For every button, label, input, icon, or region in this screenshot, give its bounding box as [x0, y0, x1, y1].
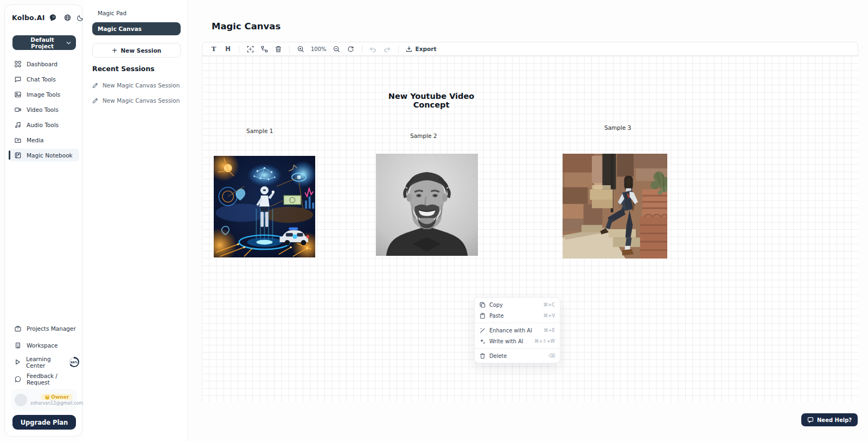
sidebar-item-learning-center[interactable]: Learning Center 66% [9, 355, 79, 369]
feedback-bubble-icon [15, 376, 21, 382]
pencil-icon [92, 98, 98, 104]
video-camera-icon [15, 106, 21, 113]
context-menu-label: Copy [489, 302, 503, 308]
shortcut: ⌘+⇧+W [534, 338, 555, 344]
chevron-down-icon [66, 41, 71, 45]
sidebar-item-workspace[interactable]: Workspace [9, 338, 79, 352]
image-icon [15, 91, 21, 98]
sidebar-item-label: Video Tools [27, 106, 59, 113]
context-menu-delete[interactable]: Delete ⌫ [475, 350, 560, 361]
copy-icon [480, 302, 486, 308]
text-tool-glyph: T [212, 45, 216, 53]
canvas-image-portrait[interactable] [376, 154, 478, 256]
sidebar-item-label: Learning Center [26, 356, 62, 369]
reset-view-button[interactable] [345, 43, 357, 54]
dark-mode-moon-icon[interactable] [77, 15, 84, 21]
sidebar-item-magic-notebook[interactable]: Magic Notebook [9, 149, 79, 161]
context-menu-divider [475, 348, 560, 349]
sidebar-item-label: Magic Notebook [27, 152, 73, 159]
trash-icon [275, 46, 282, 53]
canvas-toolbar: T H 100% Export [202, 42, 858, 56]
project-selector[interactable]: Default Project [12, 35, 76, 50]
toolbar-separator [362, 45, 362, 53]
dashboard-icon [15, 61, 21, 67]
sidebar-nav: Dashboard Chat Tools Image Tools Video T… [9, 58, 79, 164]
pencil-icon [92, 83, 98, 89]
crown-icon: 👑 [44, 395, 50, 400]
sample-label-1[interactable]: Sample 1 [246, 128, 273, 134]
upgrade-plan-button[interactable]: Upgrade Plan [12, 415, 76, 430]
sidebar-item-label: Dashboard [27, 61, 58, 67]
heading-tool-button[interactable]: H [222, 43, 234, 54]
session-item[interactable]: New Magic Canvas Session [92, 82, 184, 89]
sidebar-item-label: Chat Tools [27, 76, 56, 83]
panel-item-magic-canvas[interactable]: Magic Canvas [92, 22, 181, 35]
canvas-image-ai-robot[interactable] [214, 156, 315, 257]
zoom-out-button[interactable] [331, 43, 343, 54]
undo-button[interactable] [367, 43, 379, 54]
sidebar-item-image-tools[interactable]: Image Tools [9, 88, 79, 100]
sample-label-2[interactable]: Sample 2 [410, 133, 437, 139]
redo-button[interactable] [381, 43, 393, 54]
sidebar-item-label: Audio Tools [27, 122, 59, 128]
chat-bubble-icon [15, 76, 21, 83]
sidebar-item-label: Feedback / Request [27, 373, 79, 386]
play-icon [15, 359, 21, 365]
sidebar-item-label: Workspace [27, 342, 58, 349]
sidebar-item-video-tools[interactable]: Video Tools [9, 103, 79, 116]
context-menu-write-with-ai[interactable]: Write with AI ⌘+⇧+W [475, 336, 560, 346]
ai-scan-icon [247, 46, 254, 53]
rotate-reset-icon [347, 46, 354, 53]
session-item[interactable]: New Magic Canvas Session [92, 97, 184, 104]
context-menu-label: Delete [489, 353, 507, 359]
sparkles-icon [480, 338, 486, 344]
magic-wand-icon [480, 327, 486, 333]
export-label: Export [416, 46, 437, 52]
sidebar-item-dashboard[interactable]: Dashboard [9, 58, 79, 70]
export-button[interactable]: Export [404, 46, 439, 52]
project-selector-label: Default Project [18, 36, 66, 49]
magic-notebook-icon [15, 152, 21, 159]
sidebar-item-label: Image Tools [27, 91, 60, 98]
sidebar-item-projects-manager[interactable]: Projects Manager [9, 322, 79, 335]
context-menu-enhance-with-ai[interactable]: Enhance with AI ⌘+E [475, 325, 560, 336]
delete-tool-button[interactable] [272, 43, 284, 54]
context-menu-paste[interactable]: Paste ⌘+V [475, 310, 560, 321]
learning-progress-value: 66% [71, 358, 78, 366]
owner-badge: 👑 Owner [41, 394, 73, 400]
panel-item-label: Magic Canvas [98, 26, 142, 32]
new-session-button[interactable]: + New Session [92, 43, 181, 58]
canvas-title-text[interactable]: New Youtube Video Concept [374, 92, 488, 109]
connector-tool-button[interactable] [258, 43, 270, 54]
music-note-icon [15, 122, 21, 128]
canvas-image-ruins[interactable] [563, 154, 667, 259]
need-help-button[interactable]: Need Help? [801, 413, 858, 426]
language-globe-icon[interactable] [64, 14, 71, 21]
sidebar-item-feedback-request[interactable]: Feedback / Request [9, 372, 79, 386]
text-tool-button[interactable]: T [208, 43, 220, 54]
sessions-panel: Magic Pad Magic Canvas + New Session Rec… [84, 0, 188, 441]
sidebar-bottom-nav: Projects Manager Workspace Learning Cent… [9, 322, 79, 389]
sidebar-item-audio-tools[interactable]: Audio Tools [9, 118, 79, 131]
connector-icon [261, 46, 268, 53]
page-title: Magic Canvas [212, 21, 280, 32]
need-help-label: Need Help? [817, 417, 852, 423]
sidebar-item-chat-tools[interactable]: Chat Tools [9, 73, 79, 85]
sample-label-3[interactable]: Sample 3 [604, 124, 631, 131]
owner-badge-label: Owner [51, 394, 69, 400]
context-menu-label: Write with AI [489, 338, 523, 344]
delete-trash-icon [480, 353, 486, 359]
sidebar-item-label: Projects Manager [27, 325, 76, 332]
context-menu-copy[interactable]: Copy ⌘+C [475, 299, 560, 310]
user-card[interactable]: 👑 Owner zoharvan12@gmail.com ˇ [11, 389, 77, 411]
recent-sessions-heading: Recent Sessions [92, 65, 155, 73]
context-menu-divider [475, 323, 560, 323]
zoom-in-button[interactable] [295, 43, 307, 54]
sidebar-item-media[interactable]: Media [9, 134, 79, 146]
redo-icon [384, 46, 391, 52]
ai-select-button[interactable] [244, 43, 256, 54]
user-email: zoharvan12@gmail.com [30, 401, 83, 406]
magic-canvas-surface[interactable]: New Youtube Video Concept Sample 1 Sampl… [202, 56, 858, 402]
shortcut: ⌘+E [544, 327, 555, 333]
panel-item-magic-pad[interactable]: Magic Pad [92, 7, 181, 20]
